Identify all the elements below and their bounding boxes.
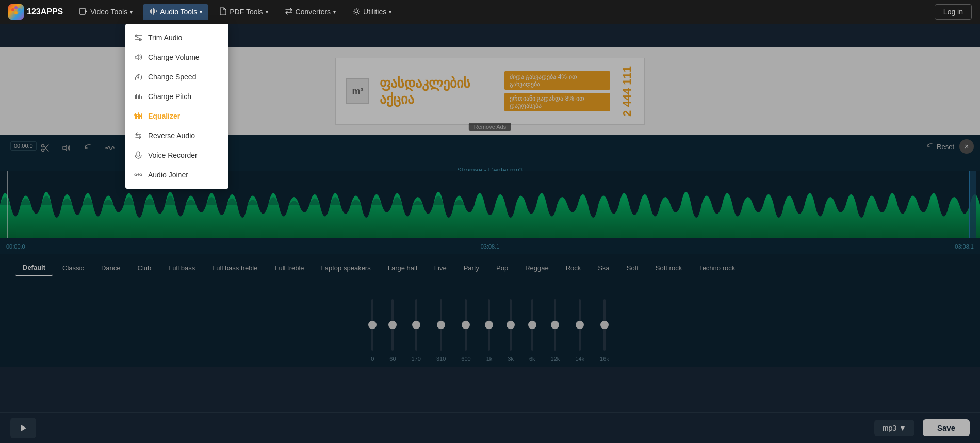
logo-text: 123APPS [27, 7, 63, 17]
svg-rect-27 [137, 114, 140, 115]
svg-point-2 [18, 8, 21, 11]
svg-rect-9 [154, 9, 155, 13]
svg-rect-19 [141, 96, 142, 99]
svg-rect-25 [134, 114, 137, 116]
dropdown-voice-recorder[interactable]: Voice Recorder [125, 145, 228, 165]
svg-rect-10 [156, 10, 157, 12]
pdf-chevron-icon: ▾ [266, 9, 268, 15]
converters-icon [285, 7, 293, 17]
svg-rect-16 [136, 94, 137, 99]
dropdown-change-speed[interactable]: Change Speed [125, 67, 228, 87]
nav-converters[interactable]: Converters ▾ [279, 4, 342, 20]
svg-point-3 [14, 6, 18, 9]
utilities-icon [352, 7, 361, 17]
svg-rect-8 [153, 8, 154, 15]
nav-pdf-tools[interactable]: PDF Tools ▾ [213, 4, 274, 20]
volume-icon [134, 53, 143, 62]
nav-video-tools[interactable]: Video Tools ▾ [73, 4, 139, 20]
logo-icon [8, 4, 24, 20]
audio-icon [149, 7, 157, 17]
dropdown-trim-audio[interactable]: Trim Audio [125, 28, 228, 47]
svg-point-14 [138, 77, 139, 79]
svg-marker-5 [85, 10, 87, 13]
dropdown-equalizer[interactable]: Equalizer [125, 106, 228, 126]
svg-rect-15 [135, 95, 136, 99]
svg-point-1 [14, 11, 18, 14]
svg-rect-26 [136, 116, 138, 117]
joiner-icon [134, 170, 143, 179]
reverse-icon [134, 131, 143, 140]
trim-icon [134, 33, 143, 42]
svg-point-0 [11, 8, 14, 11]
navbar: 123APPS Video Tools ▾ Audio Tools ▾ [0, 0, 980, 24]
svg-rect-4 [80, 8, 85, 14]
speed-icon [134, 72, 143, 81]
svg-rect-30 [137, 152, 140, 156]
logo[interactable]: 123APPS [8, 4, 63, 20]
svg-rect-17 [138, 95, 139, 99]
audio-tools-dropdown: Trim Audio Change Volume Change Speed [125, 24, 228, 189]
pdf-icon [219, 7, 227, 17]
utilities-chevron-icon: ▾ [389, 9, 391, 15]
nav-utilities[interactable]: Utilities ▾ [346, 4, 398, 20]
converters-chevron-icon: ▾ [333, 9, 336, 15]
login-button[interactable]: Log in [935, 4, 972, 20]
audio-chevron-icon: ▾ [200, 9, 202, 15]
pitch-icon [134, 92, 143, 101]
mic-icon [134, 151, 143, 160]
dropdown-reverse-audio[interactable]: Reverse Audio [125, 126, 228, 145]
svg-rect-18 [139, 94, 140, 99]
dropdown-change-pitch[interactable]: Change Pitch [125, 87, 228, 106]
svg-rect-29 [140, 115, 142, 116]
svg-rect-6 [150, 10, 151, 13]
svg-rect-7 [151, 9, 152, 14]
nav-audio-tools[interactable]: Audio Tools ▾ [143, 4, 208, 20]
svg-point-11 [355, 10, 358, 13]
svg-rect-20 [135, 113, 136, 119]
equalizer-icon [134, 111, 143, 121]
svg-point-31 [135, 174, 137, 176]
dropdown-change-volume[interactable]: Change Volume [125, 47, 228, 67]
dropdown-audio-joiner[interactable]: Audio Joiner [125, 165, 228, 185]
video-chevron-icon: ▾ [130, 9, 133, 15]
video-icon [79, 7, 88, 17]
svg-rect-22 [138, 112, 139, 119]
svg-point-32 [140, 174, 142, 176]
